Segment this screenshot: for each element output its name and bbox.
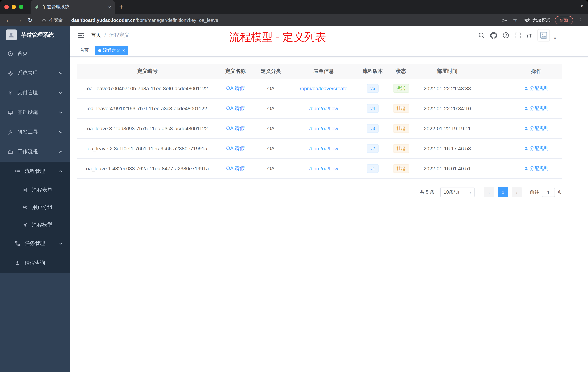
table-row: oa_leave:5:004b710b-7b8a-11ec-8ef0-acde4… — [77, 79, 562, 99]
form-link[interactable]: /bpm/oa/leave/create — [300, 86, 347, 91]
not-secure-warning-icon — [42, 18, 47, 22]
users-icon — [22, 205, 28, 210]
zoom-window-button[interactable] — [19, 5, 23, 9]
column-header: 状态 — [387, 64, 415, 79]
sidebar-item-process-management[interactable]: 流程管理 — [0, 162, 70, 181]
tag-home[interactable]: 首页 — [77, 46, 92, 55]
status-badge: 挂起 — [393, 104, 409, 113]
font-size-icon[interactable]: тT — [526, 32, 532, 38]
sidebar-item-user-group[interactable]: 用户分组 — [0, 199, 70, 216]
yen-icon: ¥ — [7, 90, 13, 96]
goto-page-input[interactable] — [542, 188, 555, 197]
assign-rule-button[interactable]: 分配规则 — [524, 85, 548, 92]
search-icon[interactable] — [478, 32, 485, 39]
forward-icon[interactable]: → — [15, 17, 24, 23]
person-icon — [524, 146, 528, 151]
breadcrumb-current: 流程定义 — [109, 32, 129, 39]
form-link[interactable]: /bpm/oa/flow — [309, 146, 338, 152]
form-link[interactable]: /bpm/oa/flow — [309, 126, 338, 131]
page-content: 定义编号 定义名称 定义分类 表单信息 流程版本 状态 部署时间 操作 oa_l… — [70, 57, 562, 197]
deploy-time: 2022-01-22 21:48:38 — [415, 79, 480, 98]
page-number-button[interactable]: 1 — [498, 187, 508, 197]
breadcrumb-home[interactable]: 首页 — [91, 32, 101, 39]
sidebar-item-process-form[interactable]: 流程表单 — [0, 181, 70, 199]
incognito-badge: 无痕模式 — [524, 17, 551, 23]
form-link[interactable]: /bpm/oa/flow — [309, 106, 338, 111]
sidebar: 芋道管理系统 首页 系统管理 ¥ 支付管理 — [0, 26, 70, 372]
reload-icon[interactable]: ↻ — [25, 17, 35, 23]
chevron-down-icon: ▾ — [470, 190, 471, 194]
version-tag: v3 — [367, 124, 378, 133]
sidebar-item-label: 请假查询 — [25, 260, 45, 266]
hamburger-icon[interactable] — [76, 33, 86, 38]
definition-name-link[interactable]: OA 请假 — [226, 165, 245, 172]
sidebar-item-process-model[interactable]: 流程模型 — [0, 216, 70, 234]
definition-name-link[interactable]: OA 请假 — [226, 145, 245, 152]
assign-rule-button[interactable]: 分配规则 — [524, 145, 548, 152]
app-root: 芋道管理系统 首页 系统管理 ¥ 支付管理 — [0, 26, 588, 372]
form-link[interactable]: /bpm/oa/flow — [309, 166, 338, 171]
assign-rule-button[interactable]: 分配规则 — [524, 105, 548, 112]
definition-category: OA — [253, 139, 289, 158]
sidebar-item-task-management[interactable]: 任务管理 — [0, 234, 70, 253]
new-tab-button[interactable]: + — [119, 3, 123, 11]
definition-name-link[interactable]: OA 请假 — [226, 105, 245, 112]
column-header: 定义名称 — [218, 64, 253, 79]
sidebar-item-label: 首页 — [17, 50, 28, 57]
column-spacer — [480, 64, 510, 79]
avatar-caret-icon[interactable]: ▾ — [554, 36, 556, 42]
definition-name-link[interactable]: OA 请假 — [226, 85, 245, 92]
tools-icon — [7, 129, 13, 135]
user-avatar[interactable] — [538, 29, 550, 42]
version-tag: v5 — [367, 84, 378, 93]
chevron-down-icon — [59, 92, 63, 94]
assign-rule-button[interactable]: 分配规则 — [524, 165, 548, 172]
close-window-button[interactable] — [4, 5, 9, 9]
sidebar-item-infrastructure[interactable]: 基础设施 — [0, 103, 70, 122]
github-icon[interactable] — [490, 32, 497, 39]
password-key-icon[interactable] — [499, 17, 509, 23]
url-text[interactable]: dashboard.yudao.iocoder.cn/bpm/manager/d… — [71, 17, 218, 23]
breadcrumb: 首页 / 流程定义 — [91, 32, 129, 39]
page-size-select[interactable]: 10条/页 ▾ — [440, 187, 474, 197]
sidebar-item-home[interactable]: 首页 — [0, 44, 70, 63]
deploy-time: 2022-01-16 17:46:53 — [415, 139, 480, 158]
table-row: oa_leave:3:1fad3d93-7b75-11ec-a3c8-acde4… — [77, 119, 562, 139]
tag-close-icon[interactable]: × — [122, 48, 125, 53]
definition-category: OA — [253, 99, 289, 118]
minimize-window-button[interactable] — [12, 5, 16, 9]
sidebar-item-leave-query[interactable]: 请假查询 — [0, 253, 70, 273]
definition-category: OA — [253, 119, 289, 138]
active-tag-dot — [98, 49, 101, 52]
definition-name-link[interactable]: OA 请假 — [226, 125, 245, 132]
address-bar[interactable]: 不安全 | dashboard.yudao.iocoder.cn/bpm/man… — [42, 17, 498, 23]
gear-icon — [7, 70, 13, 76]
sidebar-item-label: 研发工具 — [17, 129, 38, 135]
person-icon — [15, 261, 20, 266]
sidebar-item-label: 流程表单 — [32, 187, 52, 193]
navbar-actions: тT ▾ — [478, 29, 582, 42]
sidebar-item-devtools[interactable]: 研发工具 — [0, 122, 70, 142]
chevron-down-icon — [59, 111, 63, 114]
assign-rule-button[interactable]: 分配规则 — [524, 125, 548, 132]
bookmark-star-icon[interactable]: ☆ — [510, 17, 520, 23]
send-icon — [22, 222, 28, 228]
sidebar-item-system[interactable]: 系统管理 — [0, 63, 70, 83]
back-icon[interactable]: ← — [4, 17, 13, 23]
prev-page-button[interactable]: ‹ — [484, 187, 494, 197]
help-icon[interactable] — [503, 32, 509, 39]
sidebar-logo[interactable]: 芋道管理系统 — [0, 26, 70, 44]
sidebar-item-payment[interactable]: ¥ 支付管理 — [0, 83, 70, 103]
not-secure-label[interactable]: 不安全 — [49, 17, 63, 23]
tag-process-definition[interactable]: 流程定义 × — [95, 46, 128, 55]
document-icon — [22, 187, 28, 193]
definition-id: oa_leave:2:3c1f0ef1-76b1-11ec-9c66-a2380… — [77, 139, 218, 158]
tab-search-icon[interactable]: ▾ — [581, 4, 583, 9]
next-page-button[interactable]: › — [512, 187, 522, 197]
chrome-update-button[interactable]: 更新 — [555, 16, 573, 24]
browser-menu-icon[interactable]: ⋮ — [578, 17, 583, 23]
tab-close-icon[interactable]: × — [108, 4, 111, 10]
fullscreen-icon[interactable] — [514, 32, 521, 38]
browser-tab[interactable]: 芋道管理系统 × — [31, 0, 115, 14]
sidebar-item-workflow[interactable]: 工作流程 — [0, 142, 70, 162]
